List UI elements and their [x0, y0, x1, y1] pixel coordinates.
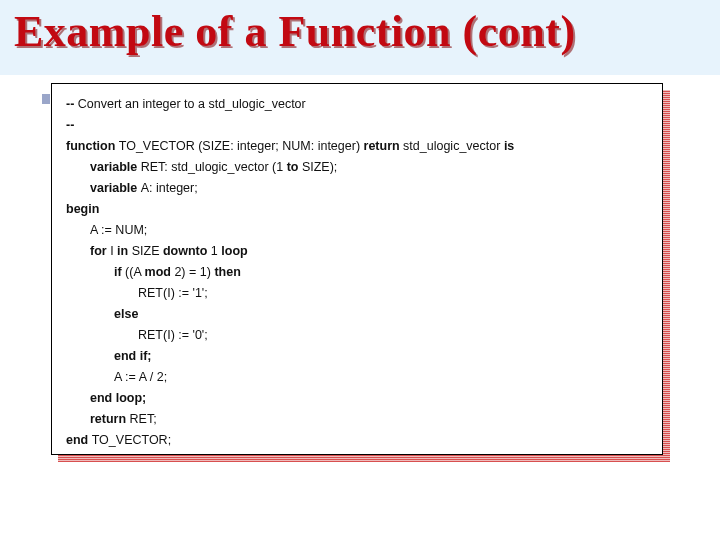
kw-function: function: [66, 139, 119, 153]
code-returntype: std_ulogic_vector: [403, 139, 504, 153]
kw-in: in: [117, 244, 132, 258]
code-comment-empty: --: [66, 118, 74, 132]
code-assign-num: A := NUM;: [90, 223, 147, 237]
kw-variable-2: variable: [90, 181, 141, 195]
code-div2: A := A / 2;: [114, 370, 167, 384]
code-comment-text: Convert an integer to a std_ulogic_vecto…: [78, 97, 306, 111]
kw-end: end: [66, 433, 92, 447]
kw-is: is: [504, 139, 514, 153]
code-var-ret-b: SIZE);: [302, 160, 337, 174]
kw-variable: variable: [90, 160, 141, 174]
code-signature: TO_VECTOR (SIZE: integer; NUM: integer): [119, 139, 364, 153]
title-band: Example of a Function (cont): [0, 0, 720, 75]
kw-else: else: [114, 307, 138, 321]
kw-endif: end if;: [114, 349, 152, 363]
kw-endloop: end loop;: [90, 391, 146, 405]
kw-downto: downto: [163, 244, 211, 258]
slide-title: Example of a Function (cont): [14, 6, 706, 57]
kw-return: return: [364, 139, 404, 153]
code-if-b: 2) = 1): [174, 265, 214, 279]
kw-return-stmt: return: [90, 412, 130, 426]
slide: Example of a Function (cont) -- Convert …: [0, 0, 720, 540]
code-box: -- Convert an integer to a std_ulogic_ve…: [51, 83, 663, 455]
code-ret0: RET(I) := '0';: [138, 328, 208, 342]
kw-to: to: [287, 160, 302, 174]
kw-loop: loop: [221, 244, 247, 258]
code-ret1: RET(I) := '1';: [138, 286, 208, 300]
kw-for: for: [90, 244, 110, 258]
code-loop-one: 1: [211, 244, 221, 258]
code-comment-dash: --: [66, 97, 78, 111]
kw-mod: mod: [145, 265, 175, 279]
code-var-a: A: integer;: [141, 181, 198, 195]
kw-if: if: [114, 265, 125, 279]
kw-begin: begin: [66, 202, 99, 216]
code-var-ret-a: RET: std_ulogic_vector (1: [141, 160, 287, 174]
code-end-name: TO_VECTOR;: [92, 433, 171, 447]
code-if-a: ((A: [125, 265, 144, 279]
bullet-marker: [42, 94, 50, 104]
code-listing: -- Convert an integer to a std_ulogic_ve…: [66, 94, 650, 451]
kw-then: then: [214, 265, 240, 279]
code-loop-size: SIZE: [132, 244, 163, 258]
code-return-val: RET;: [130, 412, 157, 426]
